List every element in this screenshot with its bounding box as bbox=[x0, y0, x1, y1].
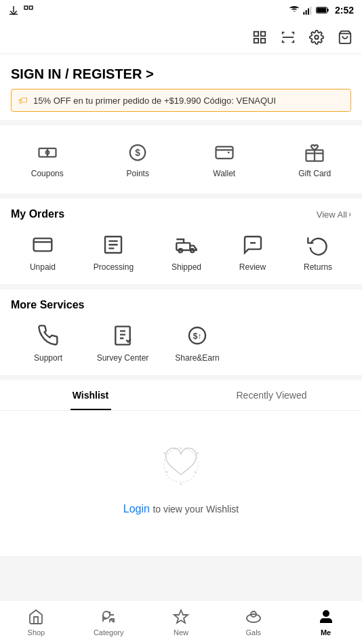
nav-me[interactable]: Me bbox=[289, 605, 362, 639]
more-services-title: More Services bbox=[11, 299, 85, 311]
svg-text:$: $ bbox=[135, 148, 140, 158]
order-unpaid[interactable]: Unpaid bbox=[24, 230, 61, 275]
svg-point-32 bbox=[197, 452, 199, 454]
orders-section: My Orders View All › Unpaid bbox=[0, 199, 362, 284]
app-icon bbox=[23, 5, 34, 16]
svg-rect-10 bbox=[261, 31, 265, 35]
shipped-label: Shipped bbox=[172, 262, 201, 272]
nav-category[interactable]: Category bbox=[73, 605, 145, 639]
signin-link[interactable]: SIGN IN / REGISTER > bbox=[11, 66, 154, 81]
promo-text: 15% OFF en tu primer pedido de +$19.990 … bbox=[33, 96, 276, 106]
points-icon: $ bbox=[125, 140, 150, 165]
returns-label: Returns bbox=[304, 262, 332, 272]
signin-section: SIGN IN / REGISTER > 🏷 15% OFF en tu pri… bbox=[0, 54, 362, 120]
me-icon bbox=[317, 608, 335, 626]
wallet-label: Wallet bbox=[213, 169, 235, 178]
service-giftcard[interactable]: Gift Card bbox=[290, 136, 339, 182]
tab-wishlist[interactable]: Wishlist bbox=[0, 380, 181, 410]
view-all-button[interactable]: View All › bbox=[317, 209, 351, 220]
battery-icon bbox=[316, 5, 329, 16]
svg-rect-4 bbox=[308, 8, 309, 14]
svg-rect-12 bbox=[261, 38, 265, 42]
wallet-icon bbox=[212, 140, 237, 165]
status-bar: 2:52 bbox=[0, 0, 362, 20]
svg-point-41 bbox=[247, 614, 260, 622]
nav-new[interactable]: New bbox=[145, 605, 218, 639]
unpaid-icon bbox=[31, 233, 55, 257]
shop-label: Shop bbox=[28, 628, 45, 637]
category-label: Category bbox=[94, 628, 124, 637]
points-label: Points bbox=[127, 169, 149, 178]
svg-rect-3 bbox=[306, 10, 307, 15]
orders-header: My Orders View All › bbox=[11, 208, 351, 220]
svg-rect-8 bbox=[317, 7, 326, 12]
service-coupons[interactable]: Coupons bbox=[23, 136, 72, 182]
support-icon bbox=[36, 323, 60, 348]
order-returns[interactable]: Returns bbox=[298, 230, 338, 275]
survey-label: Survey Center bbox=[97, 353, 149, 363]
svg-rect-22 bbox=[34, 239, 52, 251]
gals-label: Gals bbox=[245, 628, 261, 637]
svg-text:$↑: $↑ bbox=[193, 331, 202, 341]
svg-point-38 bbox=[103, 611, 110, 618]
wishlist-login-link[interactable]: Login bbox=[123, 503, 150, 515]
svg-point-31 bbox=[163, 452, 165, 454]
clock: 2:52 bbox=[335, 5, 354, 16]
svg-point-36 bbox=[180, 483, 182, 485]
orders-title: My Orders bbox=[11, 208, 64, 220]
download-icon bbox=[8, 5, 19, 16]
svg-rect-11 bbox=[254, 38, 258, 42]
services-grid: Coupons $ Points Wallet bbox=[0, 136, 362, 182]
svg-point-33 bbox=[166, 471, 168, 473]
service-wallet[interactable]: Wallet bbox=[204, 136, 245, 182]
wishlist-tabs: Wishlist Recently Viewed bbox=[0, 380, 362, 411]
svg-point-14 bbox=[315, 35, 319, 39]
review-label: Review bbox=[239, 262, 266, 272]
promo-banner: 🏷 15% OFF en tu primer pedido de +$19.99… bbox=[11, 89, 351, 112]
svg-rect-20 bbox=[216, 146, 233, 159]
service-support[interactable]: Support bbox=[11, 321, 85, 365]
nav-shop[interactable]: Shop bbox=[0, 605, 73, 639]
tab-recently-viewed[interactable]: Recently Viewed bbox=[181, 380, 362, 410]
order-review[interactable]: Review bbox=[234, 230, 271, 275]
me-label: Me bbox=[321, 628, 331, 637]
gals-icon bbox=[245, 608, 262, 626]
support-label: Support bbox=[34, 353, 62, 363]
new-label: New bbox=[174, 628, 188, 637]
signal-icon bbox=[302, 5, 313, 16]
nav-gals[interactable]: Gals bbox=[217, 605, 289, 639]
service-points[interactable]: $ Points bbox=[117, 136, 158, 182]
settings-icon[interactable] bbox=[308, 28, 325, 46]
toolbar bbox=[0, 20, 362, 54]
category-icon bbox=[100, 608, 117, 626]
new-icon bbox=[172, 608, 190, 626]
order-shipped[interactable]: Shipped bbox=[166, 230, 207, 275]
wishlist-section: Wishlist Recently Viewed Login t bbox=[0, 380, 362, 556]
more-services-grid: Support Survey Center $↑ Share&Earn bbox=[11, 321, 351, 365]
orders-grid: Unpaid Processing bbox=[11, 230, 351, 275]
svg-rect-0 bbox=[24, 6, 28, 9]
service-shareearn[interactable]: $↑ Share&Earn bbox=[160, 321, 235, 365]
svg-rect-7 bbox=[327, 9, 328, 12]
wifi-icon bbox=[289, 5, 300, 16]
svg-rect-9 bbox=[254, 31, 258, 35]
service-survey[interactable]: Survey Center bbox=[85, 321, 160, 365]
returns-icon bbox=[306, 233, 330, 257]
wishlist-login-prompt: Login to view your Wishlist bbox=[123, 503, 239, 515]
svg-rect-1 bbox=[29, 6, 33, 9]
view-all-arrow-icon: › bbox=[348, 209, 351, 219]
svg-marker-40 bbox=[174, 610, 188, 623]
wishlist-content: Login to view your Wishlist bbox=[0, 411, 362, 556]
order-processing[interactable]: Processing bbox=[88, 230, 139, 275]
cart-icon[interactable] bbox=[336, 28, 354, 46]
unpaid-label: Unpaid bbox=[30, 262, 56, 272]
coupon-icon bbox=[35, 140, 60, 165]
review-icon bbox=[241, 233, 265, 257]
svg-rect-5 bbox=[310, 7, 311, 15]
grid-icon[interactable] bbox=[251, 28, 268, 46]
scan-icon[interactable] bbox=[279, 28, 297, 46]
wishlist-empty-text: to view your Wishlist bbox=[153, 504, 239, 515]
more-services-section: More Services Support Survey Center bbox=[0, 289, 362, 375]
coupon-label: Coupons bbox=[31, 169, 64, 178]
shareearn-label: Share&Earn bbox=[175, 353, 219, 363]
